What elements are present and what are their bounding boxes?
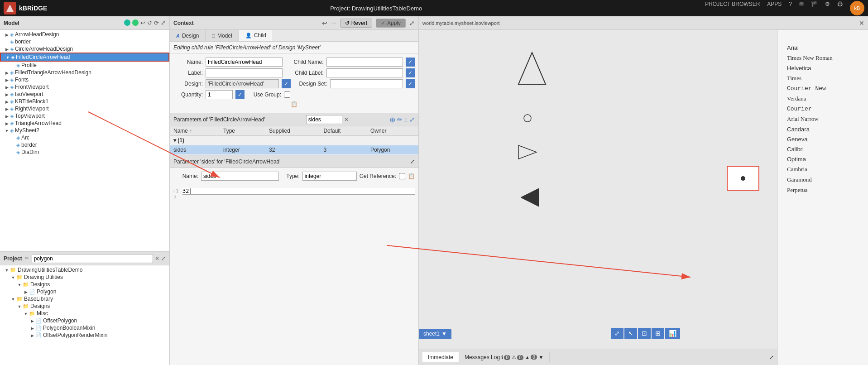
fullscreen-toggle-btn[interactable]: ⤢ xyxy=(611,328,623,339)
detail-fullscreen-btn[interactable]: ⤢ xyxy=(410,158,415,165)
label-input[interactable] xyxy=(206,68,283,77)
params-fullscreen-btn[interactable]: ⤢ xyxy=(409,116,415,123)
name-input[interactable] xyxy=(206,58,283,67)
tab-model[interactable]: □ Model xyxy=(206,30,239,41)
font-perpetua[interactable]: Perpetua xyxy=(787,186,859,195)
project-item-drawing-utilities[interactable]: 📁 Drawing Utilities xyxy=(0,274,169,281)
font-geneva[interactable]: Geneva xyxy=(787,135,859,144)
tree-item-fonts[interactable]: ◈ Fonts xyxy=(0,76,169,83)
expand-filledtriangle[interactable] xyxy=(4,69,10,76)
font-arial[interactable]: Arial xyxy=(787,43,859,52)
design-check[interactable]: ✓ xyxy=(282,79,291,88)
tree-item-filledcircle[interactable]: ◈ FilledCircleArrowHead xyxy=(0,53,169,62)
expand-arrowheaddesign[interactable] xyxy=(4,31,10,38)
group-collapse-icon[interactable]: ▾ xyxy=(173,137,176,144)
font-arial-narrow[interactable]: Arial Narrow xyxy=(787,115,859,124)
search-expand-btn[interactable]: ⤢ xyxy=(161,255,166,262)
quantity-input[interactable] xyxy=(206,90,233,99)
expand-trianglearrowhead[interactable] xyxy=(4,120,10,126)
project-item-designs[interactable]: 📁 Designs xyxy=(0,281,169,288)
tree-item-filledtriangle[interactable]: ◈ FilledTriangleArrowHeadDesign xyxy=(0,69,169,76)
project-browser-link[interactable]: PROJECT BROWSER xyxy=(705,1,760,15)
project-item-offsetpolygon[interactable]: 📄 OffsetPolygon xyxy=(0,317,169,324)
tree-item-mysheet2[interactable]: ◈ MySheet2 xyxy=(0,127,169,134)
project-search-input[interactable] xyxy=(32,254,153,263)
design-input[interactable] xyxy=(206,79,279,88)
add-param-btn[interactable]: ⊕ xyxy=(389,115,395,124)
design-set-input[interactable] xyxy=(330,79,403,88)
undo-icon[interactable]: ↩ xyxy=(140,19,145,26)
font-candara[interactable]: Candara xyxy=(787,125,859,134)
detail-name-input[interactable] xyxy=(201,172,279,181)
redo-icon[interactable]: ↺ xyxy=(147,19,152,26)
power-icon[interactable]: ⏻ xyxy=(837,1,843,15)
expand-bottom-btn[interactable]: ⤢ xyxy=(769,354,774,360)
project-item-designs2[interactable]: 📁 Designs xyxy=(0,303,169,310)
font-courier-new[interactable]: Courier New xyxy=(787,84,859,93)
project-item-polygonbooleanmixin[interactable]: 📄 PolygonBooleanMixin xyxy=(0,324,169,331)
immediate-tab[interactable]: Immediate xyxy=(422,352,459,362)
tab-design[interactable]: A Design xyxy=(170,30,206,41)
child-label-check[interactable]: ✓ xyxy=(406,68,415,77)
project-item-misc[interactable]: 📁 Misc xyxy=(0,310,169,317)
tree-item-border[interactable]: ◈ border xyxy=(0,38,169,45)
tree-item-topviewport[interactable]: ◈ TopViewport xyxy=(0,112,169,120)
font-optima[interactable]: Optima xyxy=(787,155,859,163)
font-courier[interactable]: Courier xyxy=(787,105,859,113)
tree-item-arrowheaddesign[interactable]: ◈ ArrowHeadDesign xyxy=(0,31,169,38)
viewport-close-btn[interactable]: ✕ xyxy=(859,19,864,27)
value-input[interactable] xyxy=(182,188,415,195)
expand-frontviewport[interactable] xyxy=(4,84,10,90)
expand-fonts[interactable] xyxy=(4,77,10,83)
expand-topviewport[interactable] xyxy=(4,113,10,119)
expand-mysheet2[interactable] xyxy=(4,127,10,134)
tree-item-profile[interactable]: ◈ Profile xyxy=(0,62,169,69)
child-label-input[interactable] xyxy=(326,68,403,77)
messages-dropdown[interactable]: ▼ xyxy=(538,354,544,360)
sheet1-tab[interactable]: sheet1 ▼ xyxy=(419,329,451,339)
project-item-polygon[interactable]: 📄 Polygon xyxy=(0,288,169,295)
mail-icon[interactable]: ✉ xyxy=(799,1,804,15)
value-cell-1[interactable] xyxy=(182,188,415,195)
copy-icon[interactable]: 📋 xyxy=(408,173,415,179)
grid-btn[interactable]: ⊞ xyxy=(652,328,664,339)
tree-item-kbtitleblock[interactable]: ◈ KBTitleBlock1 xyxy=(0,98,169,105)
font-garamond[interactable]: Garamond xyxy=(787,175,859,184)
connect-btn[interactable]: ⊡ xyxy=(638,328,651,339)
use-group-checkbox[interactable] xyxy=(284,91,290,98)
expand-isoviewport[interactable] xyxy=(4,91,10,97)
undo-btn[interactable]: ↩ xyxy=(322,19,327,27)
child-name-check[interactable]: ✓ xyxy=(406,58,415,67)
expand-circlearrowhead[interactable] xyxy=(4,46,10,52)
font-helvetica[interactable]: Helvetica xyxy=(787,64,859,72)
expand-filledcircle[interactable] xyxy=(5,54,11,60)
help-link[interactable]: ? xyxy=(789,1,792,15)
expand-rightviewport[interactable] xyxy=(4,106,10,112)
font-calibri[interactable]: Calibri xyxy=(787,145,859,154)
tree-item-circlearrowheaddesign[interactable]: ◈ CircleArrowHeadDesign xyxy=(0,45,169,53)
font-verdana[interactable]: Verdana xyxy=(787,94,859,103)
project-item-baselibrary[interactable]: 📁 BaseLibrary xyxy=(0,295,169,303)
detail-type-input[interactable] xyxy=(302,172,357,181)
expand-kbtitle[interactable] xyxy=(4,98,10,105)
app-logo[interactable]: kBRiDGE xyxy=(4,2,47,14)
apps-link[interactable]: APPS xyxy=(767,1,782,15)
settings-icon[interactable]: ⚙ xyxy=(825,1,830,15)
tree-item-border2[interactable]: ◈ border xyxy=(0,141,169,149)
params-row-sides[interactable]: sides integer 32 3 Polygon xyxy=(170,145,418,155)
fullscreen-icon[interactable]: ⤢ xyxy=(409,19,415,27)
redo-btn[interactable]: ↪ xyxy=(331,19,336,27)
params-search-input[interactable] xyxy=(306,115,342,124)
design-set-check[interactable]: ✓ xyxy=(406,79,415,88)
project-item-drawing-demo[interactable]: 📁 DrawingUtilitiesTableDemo xyxy=(0,266,169,274)
tree-item-diadim[interactable]: ◈ DiaDim xyxy=(0,149,169,156)
tab-child[interactable]: 👤 Child xyxy=(239,30,273,41)
tree-item-rightviewport[interactable]: ◈ RightViewport xyxy=(0,105,169,112)
cursor-btn[interactable]: ↖ xyxy=(624,328,637,339)
quantity-check[interactable]: ✓ xyxy=(235,90,245,99)
sheet-dropdown-icon[interactable]: ▼ xyxy=(441,331,447,337)
font-times[interactable]: Times xyxy=(787,74,859,83)
sort-az-btn[interactable]: ↕ xyxy=(404,116,408,123)
tree-item-trianglearrowhead[interactable]: ◈ TriangleArrowHead xyxy=(0,120,169,127)
refresh-icon[interactable]: ⟳ xyxy=(154,19,159,26)
